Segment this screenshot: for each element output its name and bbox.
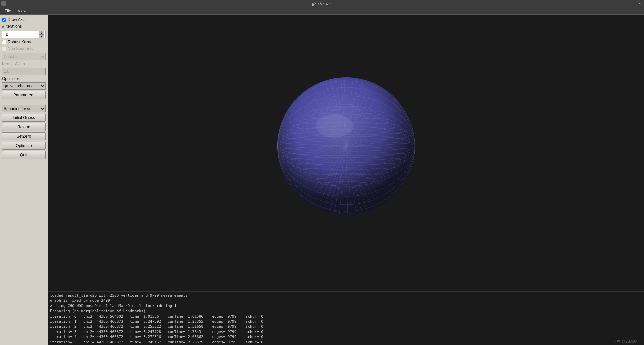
menubar: File View	[0, 7, 644, 15]
reload-button[interactable]: Reload	[2, 123, 46, 131]
titlebar: g2o Viewer − □ ×	[0, 0, 644, 7]
sphere-shadow	[277, 77, 415, 215]
viewport[interactable]	[48, 15, 644, 291]
main-area: Draw Axis # Iterations ▲ ▼ Robust Kernel…	[0, 15, 644, 345]
non-sequential-label: Non Sequential	[8, 46, 35, 51]
sphere-highlight	[316, 114, 353, 138]
sidebar: Draw Axis # Iterations ▲ ▼ Robust Kernel…	[0, 15, 48, 345]
sphere-visualization	[276, 76, 417, 216]
menu-file[interactable]: File	[1, 7, 14, 15]
non-sequential-checkbox	[2, 47, 6, 51]
window-controls: − □ ×	[618, 0, 644, 7]
menu-view[interactable]: View	[14, 7, 30, 15]
quit-button[interactable]: Quit	[2, 151, 46, 159]
close-button[interactable]: ×	[635, 0, 644, 7]
kernel-type-select: Cauchy	[2, 53, 46, 60]
iterations-spinbox[interactable]: ▲ ▼	[2, 31, 46, 38]
log-line: iteration= 1 chi2= 44360.466873 time= 0.…	[50, 319, 642, 324]
spin-up[interactable]: ▲	[39, 31, 44, 34]
non-sequential-row: Non Sequential	[2, 46, 46, 51]
log-line: iteration= 2 chi2= 44360.466872 time= 0.…	[50, 324, 642, 329]
maximize-button[interactable]: □	[627, 0, 635, 7]
optimizer-label: Optimizer	[2, 76, 46, 81]
log-line: iteration= 4 chi2= 44360.466872 time= 0.…	[50, 334, 642, 339]
log-line: graph is fixed by node 2499	[50, 298, 642, 303]
log-line: iteration= 0 chi2= 44360.504602 time= 1.…	[50, 314, 642, 319]
log-line: # Using CHOLMOD poseDim -1 landMarkDim -…	[50, 303, 642, 308]
draw-axis-checkbox[interactable]	[2, 18, 6, 22]
iterations-label-row: # Iterations	[2, 24, 46, 29]
log-panel[interactable]: loaded result_lie.g2o with 2500 vertices…	[48, 291, 644, 345]
kernel-type-container: Cauchy	[2, 53, 46, 60]
draw-axis-label: Draw Axis	[8, 17, 25, 22]
robust-kernel-row: Robust Kernel	[2, 40, 46, 44]
watermark: CSDN @玩瑰经纱	[612, 339, 637, 344]
initial-guess-button[interactable]: Initial Guess	[2, 114, 46, 122]
separator-1	[2, 102, 46, 102]
minimize-button[interactable]: −	[618, 0, 627, 7]
spin-down[interactable]: ▼	[39, 34, 44, 38]
optimizer-container: gn_var_cholmod	[2, 82, 46, 90]
spanning-tree-container: Spanning Tree	[2, 105, 46, 112]
right-panel: loaded result_lie.g2o with 2500 vertices…	[48, 15, 644, 345]
app-icon	[1, 1, 6, 6]
log-line: iteration= 5 chi2= 44360.466872 time= 0.…	[50, 340, 642, 345]
robust-kernel-checkbox[interactable]	[2, 40, 6, 44]
draw-axis-row: Draw Axis	[2, 17, 46, 22]
window-title: g2o Viewer	[312, 1, 332, 6]
spanning-tree-select[interactable]: Spanning Tree	[2, 105, 46, 112]
log-lines: loaded result_lie.g2o with 2500 vertices…	[50, 293, 642, 345]
iterations-input[interactable]	[4, 32, 27, 37]
kernel-width-input	[2, 68, 46, 75]
log-line: loaded result_lie.g2o with 2500 vertices…	[50, 293, 642, 298]
iterations-label: # Iterations	[2, 24, 22, 29]
robust-kernel-label: Robust Kernel	[8, 40, 33, 44]
optimizer-select[interactable]: gn_var_cholmod	[2, 82, 46, 90]
set-zero-button[interactable]: SetZero	[2, 132, 46, 140]
parameters-button[interactable]: Parameters	[2, 91, 46, 99]
log-line: Preparing (no marginalization of Landmar…	[50, 308, 642, 314]
spin-arrows: ▲ ▼	[39, 31, 44, 38]
kernel-width-label: Kernel Width	[2, 62, 46, 66]
log-line: iteration= 3 chi2= 44360.466872 time= 0.…	[50, 329, 642, 334]
sphere-container	[276, 76, 417, 216]
optimize-button[interactable]: Optimize	[2, 142, 46, 150]
